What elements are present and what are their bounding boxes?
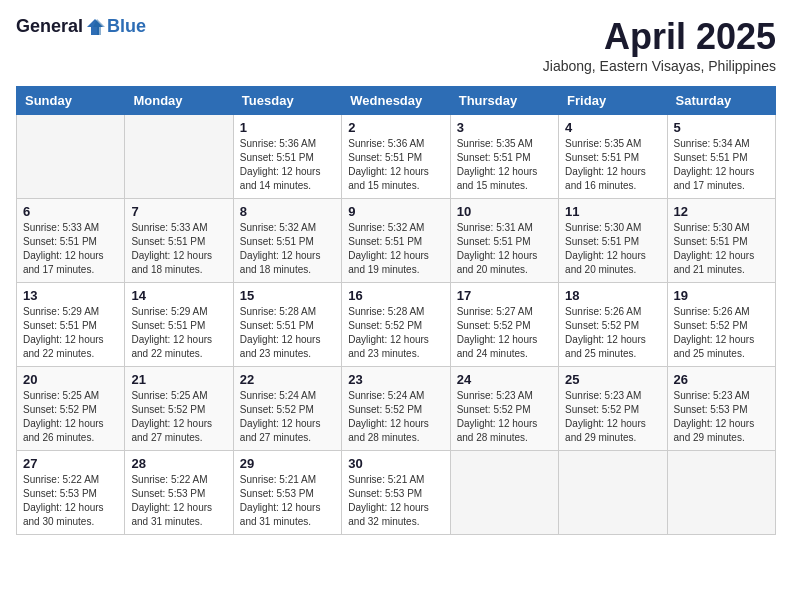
day-info: Sunrise: 5:34 AMSunset: 5:51 PMDaylight:…: [674, 137, 769, 193]
day-number: 5: [674, 120, 769, 135]
day-info: Sunrise: 5:26 AMSunset: 5:52 PMDaylight:…: [674, 305, 769, 361]
day-number: 15: [240, 288, 335, 303]
calendar-header-sunday: Sunday: [17, 87, 125, 115]
day-info: Sunrise: 5:25 AMSunset: 5:52 PMDaylight:…: [23, 389, 118, 445]
logo-icon: [85, 17, 105, 37]
day-number: 29: [240, 456, 335, 471]
day-info: Sunrise: 5:24 AMSunset: 5:52 PMDaylight:…: [348, 389, 443, 445]
day-info: Sunrise: 5:25 AMSunset: 5:52 PMDaylight:…: [131, 389, 226, 445]
day-number: 14: [131, 288, 226, 303]
day-number: 8: [240, 204, 335, 219]
calendar-cell: [450, 451, 558, 535]
calendar-cell: [125, 115, 233, 199]
day-info: Sunrise: 5:35 AMSunset: 5:51 PMDaylight:…: [457, 137, 552, 193]
day-info: Sunrise: 5:32 AMSunset: 5:51 PMDaylight:…: [348, 221, 443, 277]
calendar-week-row: 27Sunrise: 5:22 AMSunset: 5:53 PMDayligh…: [17, 451, 776, 535]
day-info: Sunrise: 5:31 AMSunset: 5:51 PMDaylight:…: [457, 221, 552, 277]
page-header: General Blue April 2025 Jiabong, Eastern…: [16, 16, 776, 74]
calendar-cell: 18Sunrise: 5:26 AMSunset: 5:52 PMDayligh…: [559, 283, 667, 367]
day-number: 22: [240, 372, 335, 387]
day-number: 4: [565, 120, 660, 135]
logo-blue-text: Blue: [107, 16, 146, 37]
day-info: Sunrise: 5:28 AMSunset: 5:51 PMDaylight:…: [240, 305, 335, 361]
logo: General Blue: [16, 16, 146, 37]
calendar-cell: 15Sunrise: 5:28 AMSunset: 5:51 PMDayligh…: [233, 283, 341, 367]
day-info: Sunrise: 5:36 AMSunset: 5:51 PMDaylight:…: [348, 137, 443, 193]
day-number: 7: [131, 204, 226, 219]
day-info: Sunrise: 5:29 AMSunset: 5:51 PMDaylight:…: [23, 305, 118, 361]
day-info: Sunrise: 5:36 AMSunset: 5:51 PMDaylight:…: [240, 137, 335, 193]
calendar-cell: 7Sunrise: 5:33 AMSunset: 5:51 PMDaylight…: [125, 199, 233, 283]
calendar-cell: 25Sunrise: 5:23 AMSunset: 5:52 PMDayligh…: [559, 367, 667, 451]
calendar-cell: [667, 451, 775, 535]
calendar-cell: 8Sunrise: 5:32 AMSunset: 5:51 PMDaylight…: [233, 199, 341, 283]
calendar-header-thursday: Thursday: [450, 87, 558, 115]
day-number: 23: [348, 372, 443, 387]
calendar-cell: 2Sunrise: 5:36 AMSunset: 5:51 PMDaylight…: [342, 115, 450, 199]
day-info: Sunrise: 5:32 AMSunset: 5:51 PMDaylight:…: [240, 221, 335, 277]
calendar-week-row: 13Sunrise: 5:29 AMSunset: 5:51 PMDayligh…: [17, 283, 776, 367]
day-number: 24: [457, 372, 552, 387]
calendar-cell: 12Sunrise: 5:30 AMSunset: 5:51 PMDayligh…: [667, 199, 775, 283]
day-number: 3: [457, 120, 552, 135]
day-number: 30: [348, 456, 443, 471]
calendar-week-row: 1Sunrise: 5:36 AMSunset: 5:51 PMDaylight…: [17, 115, 776, 199]
calendar-cell: 19Sunrise: 5:26 AMSunset: 5:52 PMDayligh…: [667, 283, 775, 367]
calendar-cell: 5Sunrise: 5:34 AMSunset: 5:51 PMDaylight…: [667, 115, 775, 199]
day-number: 26: [674, 372, 769, 387]
calendar-week-row: 20Sunrise: 5:25 AMSunset: 5:52 PMDayligh…: [17, 367, 776, 451]
day-info: Sunrise: 5:21 AMSunset: 5:53 PMDaylight:…: [348, 473, 443, 529]
calendar-cell: 17Sunrise: 5:27 AMSunset: 5:52 PMDayligh…: [450, 283, 558, 367]
calendar-header-saturday: Saturday: [667, 87, 775, 115]
day-number: 13: [23, 288, 118, 303]
day-number: 11: [565, 204, 660, 219]
day-info: Sunrise: 5:35 AMSunset: 5:51 PMDaylight:…: [565, 137, 660, 193]
day-info: Sunrise: 5:33 AMSunset: 5:51 PMDaylight:…: [23, 221, 118, 277]
calendar-week-row: 6Sunrise: 5:33 AMSunset: 5:51 PMDaylight…: [17, 199, 776, 283]
day-number: 18: [565, 288, 660, 303]
calendar-table: SundayMondayTuesdayWednesdayThursdayFrid…: [16, 86, 776, 535]
location: Jiabong, Eastern Visayas, Philippines: [543, 58, 776, 74]
calendar-cell: 10Sunrise: 5:31 AMSunset: 5:51 PMDayligh…: [450, 199, 558, 283]
calendar-header-monday: Monday: [125, 87, 233, 115]
calendar-header-tuesday: Tuesday: [233, 87, 341, 115]
day-number: 21: [131, 372, 226, 387]
calendar-cell: 27Sunrise: 5:22 AMSunset: 5:53 PMDayligh…: [17, 451, 125, 535]
day-number: 20: [23, 372, 118, 387]
day-info: Sunrise: 5:24 AMSunset: 5:52 PMDaylight:…: [240, 389, 335, 445]
day-info: Sunrise: 5:27 AMSunset: 5:52 PMDaylight:…: [457, 305, 552, 361]
calendar-header-wednesday: Wednesday: [342, 87, 450, 115]
calendar-cell: 29Sunrise: 5:21 AMSunset: 5:53 PMDayligh…: [233, 451, 341, 535]
calendar-cell: 9Sunrise: 5:32 AMSunset: 5:51 PMDaylight…: [342, 199, 450, 283]
day-number: 16: [348, 288, 443, 303]
day-info: Sunrise: 5:23 AMSunset: 5:52 PMDaylight:…: [565, 389, 660, 445]
calendar-cell: 26Sunrise: 5:23 AMSunset: 5:53 PMDayligh…: [667, 367, 775, 451]
day-number: 1: [240, 120, 335, 135]
day-number: 25: [565, 372, 660, 387]
calendar-cell: 6Sunrise: 5:33 AMSunset: 5:51 PMDaylight…: [17, 199, 125, 283]
title-section: April 2025 Jiabong, Eastern Visayas, Phi…: [543, 16, 776, 74]
calendar-cell: 20Sunrise: 5:25 AMSunset: 5:52 PMDayligh…: [17, 367, 125, 451]
day-number: 6: [23, 204, 118, 219]
day-info: Sunrise: 5:21 AMSunset: 5:53 PMDaylight:…: [240, 473, 335, 529]
logo-general-text: General: [16, 16, 83, 37]
day-number: 28: [131, 456, 226, 471]
day-info: Sunrise: 5:23 AMSunset: 5:52 PMDaylight:…: [457, 389, 552, 445]
day-info: Sunrise: 5:23 AMSunset: 5:53 PMDaylight:…: [674, 389, 769, 445]
day-info: Sunrise: 5:30 AMSunset: 5:51 PMDaylight:…: [674, 221, 769, 277]
calendar-cell: 4Sunrise: 5:35 AMSunset: 5:51 PMDaylight…: [559, 115, 667, 199]
day-info: Sunrise: 5:28 AMSunset: 5:52 PMDaylight:…: [348, 305, 443, 361]
calendar-cell: 21Sunrise: 5:25 AMSunset: 5:52 PMDayligh…: [125, 367, 233, 451]
calendar-header-friday: Friday: [559, 87, 667, 115]
day-info: Sunrise: 5:26 AMSunset: 5:52 PMDaylight:…: [565, 305, 660, 361]
day-info: Sunrise: 5:30 AMSunset: 5:51 PMDaylight:…: [565, 221, 660, 277]
day-number: 12: [674, 204, 769, 219]
calendar-cell: 22Sunrise: 5:24 AMSunset: 5:52 PMDayligh…: [233, 367, 341, 451]
day-info: Sunrise: 5:29 AMSunset: 5:51 PMDaylight:…: [131, 305, 226, 361]
day-number: 19: [674, 288, 769, 303]
calendar-cell: 3Sunrise: 5:35 AMSunset: 5:51 PMDaylight…: [450, 115, 558, 199]
month-title: April 2025: [543, 16, 776, 58]
calendar-cell: 28Sunrise: 5:22 AMSunset: 5:53 PMDayligh…: [125, 451, 233, 535]
day-info: Sunrise: 5:22 AMSunset: 5:53 PMDaylight:…: [23, 473, 118, 529]
calendar-header-row: SundayMondayTuesdayWednesdayThursdayFrid…: [17, 87, 776, 115]
